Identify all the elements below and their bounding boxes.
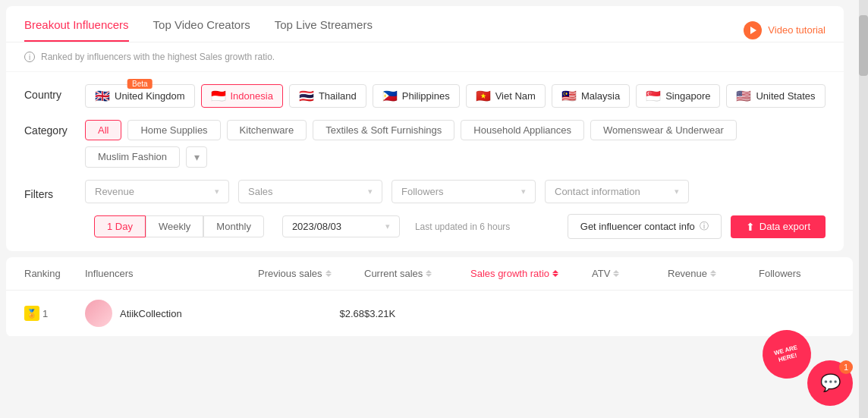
we-are-here-text: WE ARE HERE! — [760, 338, 813, 371]
sales-dropdown-arrow: ▾ — [368, 187, 373, 196]
th-growth[interactable]: Sales growth ratio — [470, 268, 592, 279]
followers-dropdown-arrow: ▾ — [521, 187, 526, 196]
chat-badge: 1 — [839, 360, 853, 374]
th-followers: Followers — [759, 268, 835, 279]
revenue-dropdown[interactable]: Revenue ▾ — [85, 180, 229, 203]
td-prev-sales: $2.68 — [339, 308, 364, 319]
th-followers-label: Followers — [759, 268, 801, 279]
rank-badge: 🏅 — [24, 306, 39, 321]
us-flag: 🇺🇸 — [736, 89, 751, 103]
country-btn-th[interactable]: 🇹🇭 Thailand — [289, 84, 366, 108]
category-btn-all[interactable]: All — [85, 120, 121, 140]
sg-label: Singapore — [665, 90, 710, 102]
info-icon: i — [24, 52, 35, 62]
video-tutorial-button[interactable]: Video tutorial — [744, 21, 826, 39]
sg-flag: 🇸🇬 — [646, 89, 661, 103]
th-label: Thailand — [319, 90, 357, 102]
followers-dropdown[interactable]: Followers ▾ — [392, 180, 536, 203]
category-btn-textiles[interactable]: Textiles & Soft Furnishings — [313, 120, 454, 140]
country-btn-uk[interactable]: 🇬🇧 United Kingdom Beta — [85, 84, 195, 108]
us-label: United States — [756, 90, 815, 102]
category-btn-womens[interactable]: Womenswear & Underwear — [590, 120, 737, 140]
prev-sales-value: $2.68 — [339, 308, 364, 319]
rank-number: 1 — [42, 308, 48, 319]
category-options: All Home Supplies Kitchenware Textiles &… — [85, 120, 826, 168]
my-flag: 🇲🇾 — [561, 89, 577, 103]
th-revenue[interactable]: Revenue — [668, 268, 759, 279]
tabs-container: Breakout Influencers Top Video Creators … — [24, 18, 373, 42]
country-btn-us[interactable]: 🇺🇸 United States — [726, 84, 825, 108]
followers-placeholder: Followers — [401, 186, 444, 197]
country-btn-vn[interactable]: 🇻🇳 Viet Nam — [466, 84, 546, 108]
th-prev-sales-label: Previous sales — [258, 268, 322, 279]
category-btn-household[interactable]: Household Appliances — [461, 120, 584, 140]
th-ranking: Ranking — [24, 268, 85, 279]
th-atv[interactable]: ATV — [592, 268, 668, 279]
last-updated-text: Last updated in 6 hours — [415, 222, 510, 232]
table-section: Ranking Influencers Previous sales Curre… — [6, 257, 853, 337]
th-growth-label: Sales growth ratio — [470, 268, 549, 279]
time-btn-1day[interactable]: 1 Day — [94, 215, 146, 237]
th-curr-sales-label: Current sales — [364, 268, 423, 279]
filters-section: Country 🇬🇧 United Kingdom Beta 🇮🇩 Indone… — [6, 72, 844, 251]
th-influencers: Influencers — [85, 268, 258, 279]
info-bar: i Ranked by influencers with the highest… — [6, 42, 844, 72]
chat-icon: 💬 — [820, 373, 841, 393]
curr-sales-value: $3.21K — [364, 308, 395, 319]
sales-placeholder: Sales — [248, 186, 273, 197]
category-btn-kitchen[interactable]: Kitchenware — [227, 120, 307, 140]
sort-atv-icon — [613, 270, 619, 277]
category-more-button[interactable]: ▾ — [186, 146, 207, 168]
upload-icon: ⬆ — [746, 221, 755, 233]
export-button[interactable]: ⬆ Data export — [731, 215, 826, 238]
country-btn-sg[interactable]: 🇸🇬 Singapore — [636, 84, 720, 108]
time-period-buttons: 1 Day Weekly Monthly — [94, 215, 264, 237]
my-label: Malaysia — [581, 90, 620, 102]
td-influencers: AtiikCollection — [85, 300, 339, 327]
tab-video-creators[interactable]: Top Video Creators — [153, 18, 250, 42]
chevron-down-icon: ▾ — [194, 151, 200, 163]
uk-label: United Kingdom — [115, 90, 185, 102]
vn-flag: 🇻🇳 — [476, 89, 491, 103]
th-curr-sales[interactable]: Current sales — [364, 268, 470, 279]
video-tutorial-label: Video tutorial — [768, 24, 826, 36]
th-revenue-label: Revenue — [668, 268, 707, 279]
revenue-dropdown-arrow: ▾ — [215, 187, 219, 196]
country-btn-id[interactable]: 🇮🇩 Indonesia — [201, 84, 283, 108]
category-btn-home[interactable]: Home Supplies — [127, 120, 220, 140]
influencer-name[interactable]: AtiikCollection — [120, 308, 182, 319]
info-circle-icon: ⓘ — [700, 220, 709, 233]
category-filter-row: Category All Home Supplies Kitchenware T… — [24, 120, 826, 168]
ph-flag: 🇵🇭 — [382, 89, 398, 103]
chat-bubble[interactable]: 💬 1 — [807, 360, 853, 406]
time-btn-weekly[interactable]: Weekly — [146, 215, 203, 237]
country-label: Country — [24, 84, 85, 101]
filter-dropdowns: Revenue ▾ Sales ▾ Followers ▾ Contact — [85, 180, 689, 203]
date-value: 2023/08/03 — [292, 221, 341, 232]
contact-dropdown[interactable]: Contact information ▾ — [545, 180, 689, 203]
tab-breakout[interactable]: Breakout Influencers — [24, 18, 129, 42]
export-btn-label: Data export — [760, 221, 810, 232]
country-btn-my[interactable]: 🇲🇾 Malaysia — [552, 84, 630, 108]
country-filter-row: Country 🇬🇧 United Kingdom Beta 🇮🇩 Indone… — [24, 84, 826, 108]
category-btn-muslim[interactable]: Muslim Fashion — [85, 146, 180, 168]
td-ranking: 🏅 1 — [24, 306, 85, 321]
id-label: Indonesia — [231, 90, 273, 102]
contact-dropdown-arrow: ▾ — [675, 187, 679, 196]
sales-dropdown[interactable]: Sales ▾ — [238, 180, 382, 203]
time-period-row: 1 Day Weekly Monthly 2023/08/03 ▾ Last u… — [24, 214, 826, 239]
contact-info-button[interactable]: Get influencer contact info ⓘ — [568, 214, 722, 239]
country-btn-ph[interactable]: 🇵🇭 Philippines — [373, 84, 460, 108]
td-curr-sales: $3.21K — [364, 308, 470, 319]
uk-flag: 🇬🇧 — [95, 89, 110, 103]
date-dropdown-arrow: ▾ — [385, 222, 390, 231]
filters-label: Filters — [24, 184, 85, 200]
vn-label: Viet Nam — [495, 90, 536, 102]
tab-live-streamers[interactable]: Top Live Streamers — [275, 18, 373, 42]
th-influencers-label: Influencers — [85, 268, 134, 279]
date-dropdown[interactable]: 2023/08/03 ▾ — [282, 215, 400, 237]
id-flag: 🇮🇩 — [211, 89, 226, 103]
th-prev-sales[interactable]: Previous sales — [258, 268, 364, 279]
time-btn-monthly[interactable]: Monthly — [203, 215, 264, 237]
avatar — [85, 300, 112, 327]
